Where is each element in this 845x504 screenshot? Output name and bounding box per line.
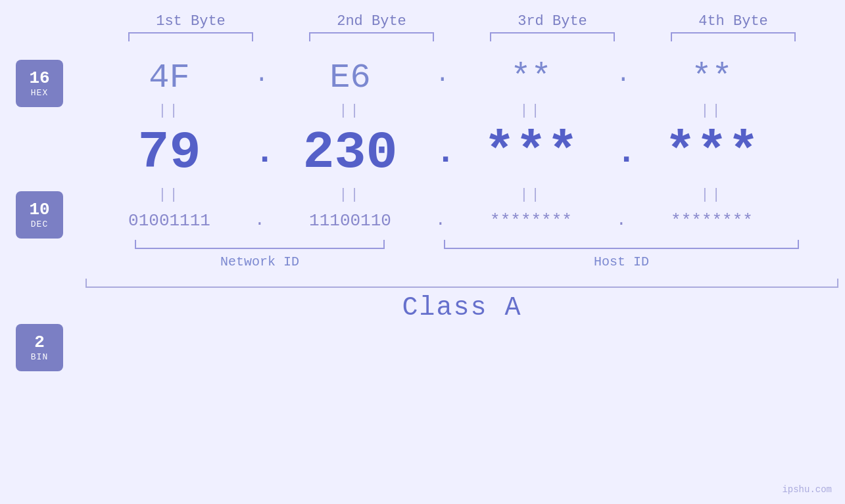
dec-val-1: 79 bbox=[79, 120, 260, 185]
eq-cell-2-2: || bbox=[260, 187, 441, 203]
bracket-4 bbox=[643, 32, 824, 41]
dec-val-2: 230 bbox=[260, 120, 441, 185]
byte-header-2: 2nd Byte bbox=[281, 13, 462, 30]
bin-val-4: ******** bbox=[621, 204, 802, 236]
main-container: 1st Byte 2nd Byte 3rd Byte 4th Byte 16 H… bbox=[0, 0, 845, 504]
dec-row: 79 . 230 . *** . *** bbox=[79, 120, 845, 185]
hex-row: 4F . E6 . ** . ** bbox=[79, 48, 845, 101]
eq-cell-2-4: || bbox=[621, 187, 802, 203]
watermark: ipshu.com bbox=[782, 484, 832, 495]
equal-row-2: || || || || bbox=[79, 185, 845, 204]
bracket-2 bbox=[281, 32, 462, 41]
bracket-3 bbox=[462, 32, 643, 41]
host-id-bracket: Host ID bbox=[441, 240, 802, 269]
dec-cell-1: 79 bbox=[79, 120, 260, 185]
bin-val-1: 01001111 bbox=[79, 204, 260, 236]
eq-cell-2-1: || bbox=[79, 187, 260, 203]
class-bracket-container: Class A bbox=[79, 279, 845, 323]
class-label: Class A bbox=[402, 293, 521, 323]
hex-cell-4: ** bbox=[621, 48, 802, 101]
bracket-line-3 bbox=[490, 32, 615, 41]
dec-cell-2: 230 bbox=[260, 120, 441, 185]
hex-val-2: E6 bbox=[260, 48, 441, 101]
bracket-1 bbox=[101, 32, 281, 41]
network-bracket-line bbox=[135, 240, 385, 249]
rows-area: 16 HEX 10 DEC 2 BIN 4F . bbox=[0, 48, 845, 371]
top-brackets bbox=[39, 32, 845, 41]
dec-cell-3: *** bbox=[441, 120, 621, 185]
byte-header-1: 1st Byte bbox=[101, 13, 281, 30]
dec-val-3: *** bbox=[441, 120, 621, 185]
hex-cell-3: ** bbox=[441, 48, 621, 101]
eq-cell-1-4: || bbox=[621, 103, 802, 119]
dec-badge-num: 10 bbox=[29, 200, 49, 219]
hex-cell-1: 4F bbox=[79, 48, 260, 101]
byte-headers: 1st Byte 2nd Byte 3rd Byte 4th Byte bbox=[39, 0, 845, 30]
hex-badge: 16 HEX bbox=[16, 60, 63, 107]
hex-cell-2: E6 bbox=[260, 48, 441, 101]
dec-val-4: *** bbox=[621, 120, 802, 185]
byte-header-4: 4th Byte bbox=[643, 13, 824, 30]
dec-cell-4: *** bbox=[621, 120, 802, 185]
bin-badge: 2 BIN bbox=[16, 324, 63, 371]
bin-badge-label: BIN bbox=[31, 352, 48, 362]
hex-badge-num: 16 bbox=[29, 69, 49, 88]
bin-row: 01001111 . 11100110 . ******** . *******… bbox=[79, 204, 845, 236]
values-area: 4F . E6 . ** . ** || || bbox=[79, 48, 845, 323]
hex-val-1: 4F bbox=[79, 48, 260, 101]
eq-cell-1-2: || bbox=[260, 103, 441, 119]
full-bracket-line bbox=[85, 279, 838, 288]
network-id-bracket: Network ID bbox=[79, 240, 441, 269]
bin-cell-2: 11100110 bbox=[260, 204, 441, 236]
byte-header-3: 3rd Byte bbox=[462, 13, 643, 30]
host-id-label: Host ID bbox=[594, 254, 649, 269]
bin-cell-4: ******** bbox=[621, 204, 802, 236]
hex-val-4: ** bbox=[621, 48, 802, 101]
bottom-brackets-container: Network ID Host ID bbox=[79, 240, 845, 269]
eq-cell-2-3: || bbox=[441, 187, 621, 203]
hex-badge-label: HEX bbox=[31, 88, 48, 98]
dec-badge-label: DEC bbox=[31, 219, 48, 229]
bin-badge-num: 2 bbox=[34, 333, 45, 352]
host-bracket-line bbox=[444, 240, 799, 249]
bin-cell-3: ******** bbox=[441, 204, 621, 236]
dec-badge: 10 DEC bbox=[16, 191, 63, 239]
hex-val-3: ** bbox=[441, 48, 621, 101]
equal-row-1: || || || || bbox=[79, 101, 845, 120]
network-id-label: Network ID bbox=[220, 254, 299, 269]
badge-column: 16 HEX 10 DEC 2 BIN bbox=[0, 48, 79, 371]
eq-cell-1-1: || bbox=[79, 103, 260, 119]
bracket-line-2 bbox=[309, 32, 434, 41]
bracket-line-1 bbox=[128, 32, 253, 41]
bin-val-2: 11100110 bbox=[260, 204, 441, 236]
eq-cell-1-3: || bbox=[441, 103, 621, 119]
bin-val-3: ******** bbox=[441, 204, 621, 236]
bin-cell-1: 01001111 bbox=[79, 204, 260, 236]
bracket-line-4 bbox=[671, 32, 796, 41]
